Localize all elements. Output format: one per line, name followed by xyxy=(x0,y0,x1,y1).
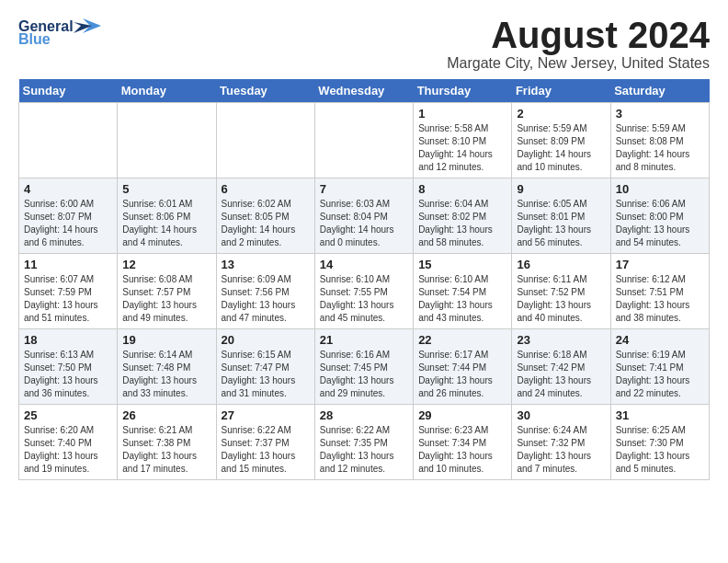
calendar-cell: 25Sunrise: 6:20 AM Sunset: 7:40 PM Dayli… xyxy=(19,405,118,480)
calendar-cell: 3Sunrise: 5:59 AM Sunset: 8:08 PM Daylig… xyxy=(610,103,709,178)
day-info: Sunrise: 6:06 AM Sunset: 8:00 PM Dayligh… xyxy=(616,198,704,249)
day-number: 13 xyxy=(222,258,310,271)
weekday-header-monday: Monday xyxy=(118,79,216,103)
page-header: General Blue August 2024 Margate City, N… xyxy=(18,15,710,72)
calendar-cell: 8Sunrise: 6:04 AM Sunset: 8:02 PM Daylig… xyxy=(414,178,512,254)
day-info: Sunrise: 6:05 AM Sunset: 8:01 PM Dayligh… xyxy=(517,198,605,249)
day-info: Sunrise: 6:16 AM Sunset: 7:45 PM Dayligh… xyxy=(320,349,408,400)
day-number: 19 xyxy=(122,333,210,347)
day-number: 17 xyxy=(616,258,704,271)
calendar-table: SundayMondayTuesdayWednesdayThursdayFrid… xyxy=(18,79,710,480)
day-info: Sunrise: 6:17 AM Sunset: 7:44 PM Dayligh… xyxy=(418,349,506,400)
day-info: Sunrise: 6:13 AM Sunset: 7:50 PM Dayligh… xyxy=(24,349,112,400)
day-number: 14 xyxy=(320,258,408,271)
day-info: Sunrise: 6:25 AM Sunset: 7:30 PM Dayligh… xyxy=(616,424,704,476)
day-info: Sunrise: 5:58 AM Sunset: 8:10 PM Dayligh… xyxy=(418,122,506,174)
day-number: 20 xyxy=(222,333,310,347)
calendar-week-2: 4Sunrise: 6:00 AM Sunset: 8:07 PM Daylig… xyxy=(19,178,710,254)
calendar-cell: 10Sunrise: 6:06 AM Sunset: 8:00 PM Dayli… xyxy=(610,178,709,254)
day-number: 30 xyxy=(517,408,605,422)
day-number: 31 xyxy=(616,408,704,422)
calendar-cell xyxy=(314,103,413,178)
day-number: 2 xyxy=(517,107,605,121)
day-number: 8 xyxy=(418,182,506,196)
calendar-cell: 13Sunrise: 6:09 AM Sunset: 7:56 PM Dayli… xyxy=(216,254,314,329)
day-number: 21 xyxy=(320,333,408,347)
calendar-cell: 30Sunrise: 6:24 AM Sunset: 7:32 PM Dayli… xyxy=(512,405,610,480)
calendar-cell: 11Sunrise: 6:07 AM Sunset: 7:59 PM Dayli… xyxy=(19,254,118,329)
weekday-header-sunday: Sunday xyxy=(19,79,118,103)
calendar-cell: 23Sunrise: 6:18 AM Sunset: 7:42 PM Dayli… xyxy=(512,329,610,405)
weekday-header-tuesday: Tuesday xyxy=(216,79,314,103)
calendar-cell: 7Sunrise: 6:03 AM Sunset: 8:04 PM Daylig… xyxy=(314,178,413,254)
calendar-cell: 27Sunrise: 6:22 AM Sunset: 7:37 PM Dayli… xyxy=(216,405,314,480)
calendar-week-3: 11Sunrise: 6:07 AM Sunset: 7:59 PM Dayli… xyxy=(19,254,710,329)
calendar-cell: 4Sunrise: 6:00 AM Sunset: 8:07 PM Daylig… xyxy=(19,178,118,254)
day-info: Sunrise: 6:10 AM Sunset: 7:54 PM Dayligh… xyxy=(418,273,506,325)
calendar-cell: 16Sunrise: 6:11 AM Sunset: 7:52 PM Dayli… xyxy=(512,254,610,329)
day-number: 27 xyxy=(222,408,310,422)
day-info: Sunrise: 6:15 AM Sunset: 7:47 PM Dayligh… xyxy=(222,349,310,400)
day-info: Sunrise: 6:00 AM Sunset: 8:07 PM Dayligh… xyxy=(24,198,112,249)
calendar-cell: 31Sunrise: 6:25 AM Sunset: 7:30 PM Dayli… xyxy=(610,405,709,480)
calendar-cell: 22Sunrise: 6:17 AM Sunset: 7:44 PM Dayli… xyxy=(414,329,512,405)
day-info: Sunrise: 6:02 AM Sunset: 8:05 PM Dayligh… xyxy=(222,198,310,249)
day-number: 29 xyxy=(418,408,506,422)
day-info: Sunrise: 6:24 AM Sunset: 7:32 PM Dayligh… xyxy=(517,424,605,476)
calendar-cell: 29Sunrise: 6:23 AM Sunset: 7:34 PM Dayli… xyxy=(414,405,512,480)
main-title: August 2024 xyxy=(447,15,710,55)
day-number: 1 xyxy=(418,107,506,121)
day-info: Sunrise: 6:12 AM Sunset: 7:51 PM Dayligh… xyxy=(616,273,704,325)
calendar-cell: 24Sunrise: 6:19 AM Sunset: 7:41 PM Dayli… xyxy=(610,329,709,405)
day-info: Sunrise: 6:23 AM Sunset: 7:34 PM Dayligh… xyxy=(418,424,506,476)
day-number: 26 xyxy=(122,408,210,422)
day-number: 12 xyxy=(122,258,210,271)
calendar-cell xyxy=(216,103,314,178)
calendar-cell: 9Sunrise: 6:05 AM Sunset: 8:01 PM Daylig… xyxy=(512,178,610,254)
day-info: Sunrise: 6:03 AM Sunset: 8:04 PM Dayligh… xyxy=(320,198,408,249)
calendar-cell: 18Sunrise: 6:13 AM Sunset: 7:50 PM Dayli… xyxy=(19,329,118,405)
day-info: Sunrise: 5:59 AM Sunset: 8:09 PM Dayligh… xyxy=(517,122,605,174)
day-info: Sunrise: 6:08 AM Sunset: 7:57 PM Dayligh… xyxy=(122,273,210,325)
weekday-header-thursday: Thursday xyxy=(414,79,512,103)
day-number: 6 xyxy=(222,182,310,196)
calendar-cell: 14Sunrise: 6:10 AM Sunset: 7:55 PM Dayli… xyxy=(314,254,413,329)
day-number: 4 xyxy=(24,182,112,196)
svg-text:Blue: Blue xyxy=(18,31,51,47)
calendar-cell: 6Sunrise: 6:02 AM Sunset: 8:05 PM Daylig… xyxy=(216,178,314,254)
calendar-cell: 19Sunrise: 6:14 AM Sunset: 7:48 PM Dayli… xyxy=(118,329,216,405)
day-number: 7 xyxy=(320,182,408,196)
day-info: Sunrise: 6:09 AM Sunset: 7:56 PM Dayligh… xyxy=(222,273,310,325)
day-info: Sunrise: 6:14 AM Sunset: 7:48 PM Dayligh… xyxy=(122,349,210,400)
calendar-week-4: 18Sunrise: 6:13 AM Sunset: 7:50 PM Dayli… xyxy=(19,329,710,405)
day-number: 3 xyxy=(616,107,704,121)
weekday-header-wednesday: Wednesday xyxy=(314,79,413,103)
day-info: Sunrise: 5:59 AM Sunset: 8:08 PM Dayligh… xyxy=(616,122,704,174)
day-number: 5 xyxy=(122,182,210,196)
day-info: Sunrise: 6:19 AM Sunset: 7:41 PM Dayligh… xyxy=(616,349,704,400)
day-info: Sunrise: 6:21 AM Sunset: 7:38 PM Dayligh… xyxy=(122,424,210,476)
calendar-cell: 12Sunrise: 6:08 AM Sunset: 7:57 PM Dayli… xyxy=(118,254,216,329)
day-number: 9 xyxy=(517,182,605,196)
day-info: Sunrise: 6:18 AM Sunset: 7:42 PM Dayligh… xyxy=(517,349,605,400)
calendar-cell: 20Sunrise: 6:15 AM Sunset: 7:47 PM Dayli… xyxy=(216,329,314,405)
day-number: 16 xyxy=(517,258,605,271)
day-info: Sunrise: 6:22 AM Sunset: 7:35 PM Dayligh… xyxy=(320,424,408,476)
calendar-week-5: 25Sunrise: 6:20 AM Sunset: 7:40 PM Dayli… xyxy=(19,405,710,480)
calendar-cell: 15Sunrise: 6:10 AM Sunset: 7:54 PM Dayli… xyxy=(414,254,512,329)
calendar-cell xyxy=(19,103,118,178)
weekday-header-saturday: Saturday xyxy=(610,79,709,103)
title-block: August 2024 Margate City, New Jersey, Un… xyxy=(447,15,710,72)
calendar-cell: 5Sunrise: 6:01 AM Sunset: 8:06 PM Daylig… xyxy=(118,178,216,254)
day-info: Sunrise: 6:22 AM Sunset: 7:37 PM Dayligh… xyxy=(222,424,310,476)
day-info: Sunrise: 6:07 AM Sunset: 7:59 PM Dayligh… xyxy=(24,273,112,325)
calendar-cell: 2Sunrise: 5:59 AM Sunset: 8:09 PM Daylig… xyxy=(512,103,610,178)
calendar-cell: 17Sunrise: 6:12 AM Sunset: 7:51 PM Dayli… xyxy=(610,254,709,329)
calendar-cell: 21Sunrise: 6:16 AM Sunset: 7:45 PM Dayli… xyxy=(314,329,413,405)
day-number: 11 xyxy=(24,258,112,271)
weekday-header-row: SundayMondayTuesdayWednesdayThursdayFrid… xyxy=(19,79,710,103)
day-info: Sunrise: 6:10 AM Sunset: 7:55 PM Dayligh… xyxy=(320,273,408,325)
logo-icon: General Blue xyxy=(18,15,101,48)
day-info: Sunrise: 6:20 AM Sunset: 7:40 PM Dayligh… xyxy=(24,424,112,476)
day-number: 25 xyxy=(24,408,112,422)
